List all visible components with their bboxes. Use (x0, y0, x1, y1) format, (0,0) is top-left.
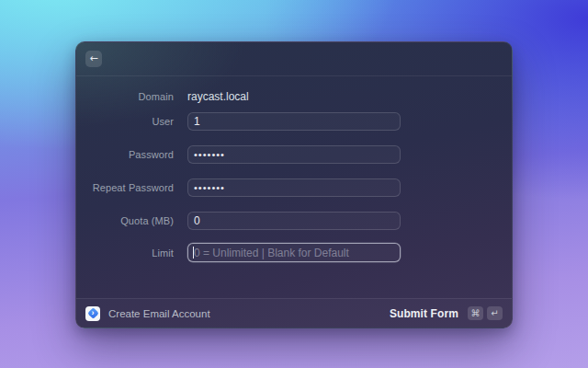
limit-label: Limit (76, 247, 174, 259)
submit-form-button[interactable]: Submit Form ⌘ ↵ (390, 306, 503, 320)
password-input[interactable] (187, 145, 401, 164)
window-footer: › Create Email Account Submit Form ⌘ ↵ (76, 298, 512, 328)
form-row-limit: Limit (76, 243, 512, 262)
repeat-password-input[interactable] (187, 178, 401, 197)
chevron-right-icon: › (85, 306, 100, 320)
password-label: Password (76, 149, 174, 160)
user-input[interactable] (187, 112, 401, 131)
return-key-icon: ↵ (487, 306, 503, 320)
repeat-password-label: Repeat Password (76, 182, 174, 193)
form-row-password: Password (76, 145, 512, 164)
back-button[interactable]: ← (85, 51, 102, 67)
desktop-background: ← Domain raycast.local User Password Rep… (0, 0, 588, 368)
form-row-quota: Quota (MB) (76, 212, 512, 230)
domain-label: Domain (76, 91, 174, 102)
form-row-user: User (76, 112, 512, 131)
domain-value: raycast.local (187, 90, 249, 103)
form-row-domain: Domain raycast.local (76, 90, 512, 103)
text-cursor (193, 247, 194, 259)
raycast-window: ← Domain raycast.local User Password Rep… (75, 41, 513, 328)
user-label: User (76, 116, 174, 127)
submit-form-label: Submit Form (390, 307, 458, 320)
back-arrow-icon: ← (89, 51, 97, 67)
cmd-key-icon: ⌘ (468, 306, 483, 320)
quota-input[interactable] (187, 212, 401, 230)
command-title: Create Email Account (108, 308, 210, 319)
window-header: ← (76, 42, 512, 76)
form-row-repeat-password: Repeat Password (76, 178, 512, 197)
quota-label: Quota (MB) (76, 215, 174, 226)
limit-input[interactable] (187, 243, 401, 262)
limit-input-wrap (187, 243, 401, 262)
extension-app-icon: › (85, 306, 100, 321)
